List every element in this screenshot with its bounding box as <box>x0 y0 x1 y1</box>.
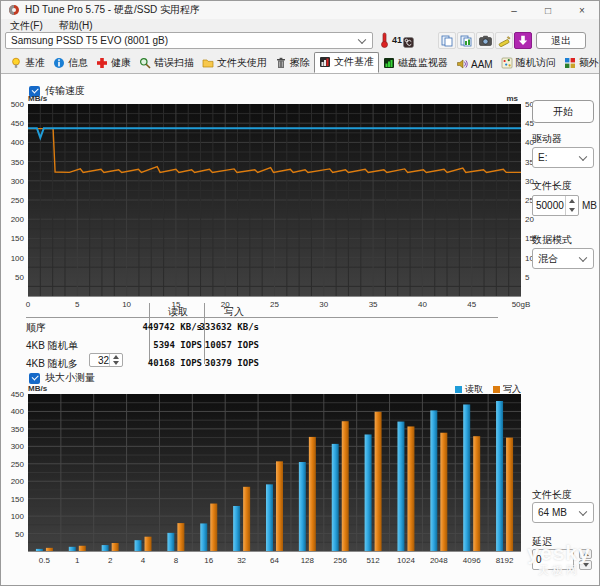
4kb-multi-read-value: 40168 IOPS <box>141 358 202 368</box>
svg-text:32: 32 <box>237 556 246 565</box>
svg-text:250: 250 <box>11 460 25 469</box>
svg-text:0.5: 0.5 <box>39 556 51 565</box>
minimize-button[interactable]: – <box>497 1 531 19</box>
tab-file-benchmark[interactable]: 文件基准 <box>314 52 379 73</box>
svg-text:100: 100 <box>11 512 25 521</box>
svg-text:400: 400 <box>11 407 25 416</box>
step-up-icon <box>113 355 119 359</box>
svg-text:150: 150 <box>11 234 25 243</box>
tab-error-scan[interactable]: 错误扫描 <box>135 54 198 73</box>
data-mode-label: 数据模式 <box>532 233 572 247</box>
step-down-icon <box>113 361 119 365</box>
file-length-stepper[interactable] <box>532 195 579 216</box>
table-divider-2 <box>204 303 205 364</box>
app-window: HD Tune Pro 5.75 - 硬盘/SSD 实用程序 – □ × 文件(… <box>0 0 600 586</box>
data-mode-select[interactable]: 混合 <box>532 248 594 269</box>
temperature-value: 41 <box>392 35 402 45</box>
svg-text:MB/s: MB/s <box>28 94 48 103</box>
svg-text:250: 250 <box>11 196 25 205</box>
info-icon <box>53 57 65 69</box>
copy-icon <box>441 35 453 47</box>
svg-text:2048: 2048 <box>430 556 448 565</box>
maximize-button[interactable]: □ <box>531 1 565 19</box>
file-length-select-2[interactable]: 64 MB <box>532 502 594 523</box>
file-length-input[interactable] <box>536 196 565 215</box>
tab-aam[interactable]: AAM <box>452 56 497 73</box>
close-button[interactable]: × <box>565 1 599 19</box>
device-select[interactable]: Samsung PSSD T5 EVO (8001 gB) <box>5 32 373 49</box>
stepper-arrows[interactable] <box>109 354 122 366</box>
svg-text:35: 35 <box>369 300 378 309</box>
svg-text:256: 256 <box>334 556 348 565</box>
svg-text:350: 350 <box>11 425 25 434</box>
window-title: HD Tune Pro 5.75 - 硬盘/SSD 实用程序 <box>25 3 200 17</box>
thermometer-icon <box>380 32 389 52</box>
row-label-sequential: 顺序 <box>26 321 46 335</box>
copy-image-icon <box>460 35 472 47</box>
celsius-badge-icon <box>403 34 414 52</box>
svg-text:64: 64 <box>270 556 279 565</box>
queue-depth-input[interactable] <box>93 354 109 366</box>
notes-button[interactable] <box>495 32 513 49</box>
block-size-chart: 0.512481632641282565121024204840968192MB… <box>1 383 600 569</box>
chevron-down-icon <box>579 152 587 160</box>
watermark: yesky 天极网 <box>517 542 600 576</box>
save-results-button[interactable] <box>514 32 532 49</box>
row-label-4kb-single: 4KB 随机单 <box>26 339 78 353</box>
svg-text:100: 100 <box>11 254 25 263</box>
tab-disk-monitor[interactable]: 磁盘监视器 <box>379 54 452 73</box>
svg-text:30: 30 <box>319 300 328 309</box>
chevron-down-icon <box>358 35 366 43</box>
magnifier-icon <box>139 57 151 69</box>
svg-text:1: 1 <box>75 556 80 565</box>
svg-text:25: 25 <box>270 300 279 309</box>
sequential-write-value: 333632 KB/s <box>198 322 259 332</box>
start-button[interactable]: 开始 <box>532 100 594 123</box>
tab-benchmark[interactable]: 基准 <box>6 54 49 73</box>
tab-random-access[interactable]: 随机访问 <box>497 54 560 73</box>
svg-text:50: 50 <box>15 530 24 539</box>
watermark-line1: yesky <box>517 542 600 563</box>
disk-monitor-icon <box>383 57 395 69</box>
copy-text-button[interactable] <box>438 32 456 49</box>
4kb-single-write-value: 10057 IOPS <box>198 340 259 350</box>
benchmark-icon <box>10 57 22 69</box>
tab-health[interactable]: 健康 <box>92 54 135 73</box>
download-arrow-icon <box>518 35 528 46</box>
table-header-divider <box>26 317 498 318</box>
menu-file[interactable]: 文件(F) <box>10 19 43 33</box>
tab-folder-usage[interactable]: 文件夹使用 <box>198 54 271 73</box>
tab-extra-tests[interactable]: 额外测试 <box>560 54 600 73</box>
copy-image-button[interactable] <box>457 32 475 49</box>
svg-text:512: 512 <box>366 556 380 565</box>
svg-text:MB/s: MB/s <box>28 384 48 393</box>
svg-text:4096: 4096 <box>463 556 481 565</box>
menu-help[interactable]: 帮助(H) <box>59 19 93 33</box>
queue-depth-stepper[interactable] <box>89 353 123 367</box>
trash-icon <box>275 57 287 69</box>
health-cross-icon <box>96 57 108 69</box>
step-down-icon <box>569 208 575 212</box>
stepper-arrows[interactable] <box>565 196 578 215</box>
drive-select[interactable]: E: <box>532 147 594 168</box>
folder-icon <box>202 57 214 69</box>
tab-info[interactable]: 信息 <box>49 54 92 73</box>
file-length-unit: MB <box>582 200 597 211</box>
svg-text:40: 40 <box>418 300 427 309</box>
speaker-icon <box>456 58 468 70</box>
screenshot-button[interactable] <box>476 32 494 49</box>
exit-button[interactable]: 退出 <box>536 32 586 49</box>
svg-text:4: 4 <box>141 556 146 565</box>
svg-text:128: 128 <box>301 556 315 565</box>
svg-text:350: 350 <box>11 158 25 167</box>
transfer-speed-chart: MB/sms5010015020025030035040045050051015… <box>1 94 600 310</box>
svg-text:16: 16 <box>204 556 213 565</box>
pencil-icon <box>498 35 511 47</box>
tab-erase[interactable]: 擦除 <box>271 54 314 73</box>
svg-text:450: 450 <box>11 119 25 128</box>
svg-text:200: 200 <box>11 477 25 486</box>
title-bar: HD Tune Pro 5.75 - 硬盘/SSD 实用程序 – □ × <box>1 1 599 19</box>
svg-text:400: 400 <box>11 138 25 147</box>
svg-text:45: 45 <box>467 300 476 309</box>
svg-text:50: 50 <box>15 273 24 282</box>
